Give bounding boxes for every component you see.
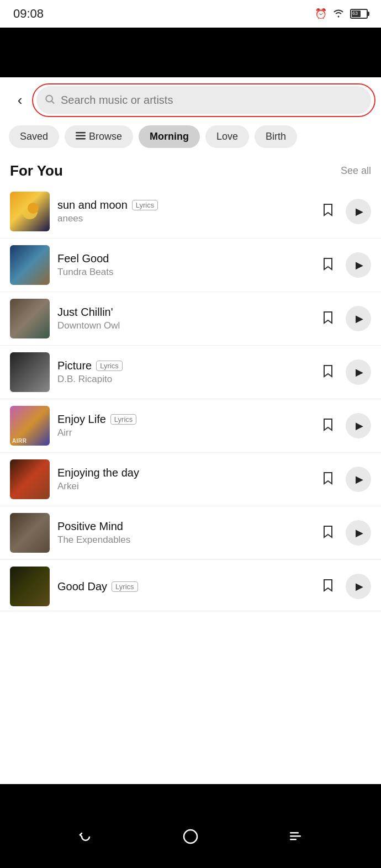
song-info: Enjoying the day Arkei bbox=[57, 467, 310, 492]
svg-rect-8 bbox=[290, 835, 301, 837]
album-art: AIRR bbox=[10, 406, 50, 446]
tab-morning[interactable]: Morning bbox=[139, 125, 200, 148]
bookmark-button[interactable] bbox=[318, 255, 338, 275]
song-title: Just Chillin' bbox=[57, 306, 113, 319]
tab-saved[interactable]: Saved bbox=[9, 125, 59, 148]
list-item[interactable]: Feel Good Tundra Beats ▶ bbox=[0, 239, 381, 292]
play-icon: ▶ bbox=[356, 473, 363, 485]
song-info: Positive Mind The Expendables bbox=[57, 520, 310, 546]
album-art bbox=[10, 459, 50, 499]
song-actions: ▶ bbox=[318, 199, 371, 224]
list-item[interactable]: Picture Lyrics D.B. Ricapito ▶ bbox=[0, 346, 381, 399]
black-bar-bottom bbox=[0, 784, 381, 861]
song-title: Enjoying the day bbox=[57, 467, 139, 479]
play-button[interactable]: ▶ bbox=[346, 359, 371, 385]
list-item[interactable]: Positive Mind The Expendables ▶ bbox=[0, 506, 381, 560]
section-title: For You bbox=[10, 162, 63, 179]
song-actions: ▶ bbox=[318, 467, 371, 492]
header: ‹ bbox=[0, 77, 381, 120]
album-art bbox=[10, 567, 50, 606]
bookmark-button[interactable] bbox=[318, 309, 338, 329]
song-info: Just Chillin' Downtown Owl bbox=[57, 306, 310, 331]
search-input[interactable] bbox=[36, 86, 371, 114]
album-art bbox=[10, 299, 50, 338]
status-bar: 09:08 ⏰ 63 bbox=[0, 0, 381, 28]
search-icon bbox=[44, 93, 55, 107]
play-icon: ▶ bbox=[356, 527, 363, 539]
song-info: Enjoy Life Lyrics Airr bbox=[57, 413, 310, 438]
tab-browse[interactable]: Browse bbox=[65, 125, 133, 148]
song-artist: Airr bbox=[57, 427, 310, 438]
song-actions: ▶ bbox=[318, 574, 371, 599]
back-button[interactable]: ‹ bbox=[10, 91, 30, 110]
play-button[interactable]: ▶ bbox=[346, 306, 371, 331]
see-all-button[interactable]: See all bbox=[341, 165, 371, 177]
bookmark-button[interactable] bbox=[318, 202, 338, 221]
song-info: Picture Lyrics D.B. Ricapito bbox=[57, 359, 310, 385]
play-button[interactable]: ▶ bbox=[346, 467, 371, 492]
tab-love[interactable]: Love bbox=[205, 125, 249, 148]
status-icons: ⏰ 63 bbox=[315, 8, 368, 20]
song-info: sun and moon Lyrics anees bbox=[57, 199, 310, 224]
section-header: For You See all bbox=[0, 154, 381, 185]
app-content: ‹ Saved Browse Mor bbox=[0, 77, 381, 784]
album-art bbox=[10, 352, 50, 392]
song-list: sun and moon Lyrics anees ▶ bbox=[0, 185, 381, 611]
list-item[interactable]: sun and moon Lyrics anees ▶ bbox=[0, 185, 381, 239]
bookmark-button[interactable] bbox=[318, 576, 338, 596]
tab-birth[interactable]: Birth bbox=[255, 125, 297, 148]
song-actions: ▶ bbox=[318, 359, 371, 385]
play-button[interactable]: ▶ bbox=[346, 574, 371, 599]
play-button[interactable]: ▶ bbox=[346, 199, 371, 224]
bookmark-icon bbox=[323, 418, 333, 433]
bookmark-button[interactable] bbox=[318, 362, 338, 382]
lyrics-badge: Lyrics bbox=[110, 414, 136, 425]
nav-back-icon bbox=[77, 828, 94, 849]
song-title: Positive Mind bbox=[57, 520, 123, 533]
lyrics-badge: Lyrics bbox=[132, 200, 158, 210]
status-time: 09:08 bbox=[13, 7, 44, 21]
play-button[interactable]: ▶ bbox=[346, 413, 371, 438]
album-art bbox=[10, 192, 50, 231]
bookmark-button[interactable] bbox=[318, 523, 338, 543]
list-icon bbox=[76, 132, 86, 142]
song-title: sun and moon bbox=[57, 199, 128, 211]
search-wrapper bbox=[36, 86, 371, 114]
play-button[interactable]: ▶ bbox=[346, 252, 371, 278]
bookmark-button[interactable] bbox=[318, 416, 338, 436]
play-icon: ▶ bbox=[356, 259, 363, 271]
play-icon: ▶ bbox=[356, 366, 363, 378]
bookmark-icon bbox=[323, 364, 333, 380]
song-actions: ▶ bbox=[318, 306, 371, 331]
song-artist: The Expendables bbox=[57, 534, 310, 546]
list-item[interactable]: Just Chillin' Downtown Owl ▶ bbox=[0, 292, 381, 346]
play-button[interactable]: ▶ bbox=[346, 520, 371, 546]
list-item[interactable]: AIRR Enjoy Life Lyrics Airr bbox=[0, 399, 381, 453]
svg-rect-2 bbox=[76, 135, 86, 136]
filter-tabs: Saved Browse Morning Love Birth bbox=[0, 120, 381, 154]
battery-icon: 63 bbox=[350, 9, 368, 19]
list-item[interactable]: Good Day Lyrics ▶ bbox=[0, 560, 381, 611]
nav-home-button[interactable] bbox=[178, 826, 203, 850]
svg-rect-9 bbox=[290, 839, 297, 840]
nav-back-button[interactable] bbox=[73, 826, 98, 850]
svg-point-6 bbox=[184, 830, 197, 843]
svg-rect-7 bbox=[290, 832, 299, 834]
bookmark-icon bbox=[323, 257, 333, 273]
bookmark-icon bbox=[323, 579, 333, 594]
song-info: Good Day Lyrics bbox=[57, 580, 310, 593]
list-item[interactable]: Enjoying the day Arkei ▶ bbox=[0, 453, 381, 506]
back-arrow-icon: ‹ bbox=[18, 92, 23, 109]
lyrics-badge: Lyrics bbox=[96, 361, 122, 371]
nav-recent-button[interactable] bbox=[283, 826, 308, 850]
lyrics-badge: Lyrics bbox=[112, 581, 137, 592]
alarm-icon: ⏰ bbox=[315, 8, 327, 20]
svg-rect-3 bbox=[76, 138, 86, 140]
song-artist: Tundra Beats bbox=[57, 267, 310, 278]
song-artist: Arkei bbox=[57, 481, 310, 492]
wifi-icon bbox=[332, 8, 345, 20]
album-art bbox=[10, 245, 50, 285]
bookmark-button[interactable] bbox=[318, 469, 338, 489]
song-artist: Downtown Owl bbox=[57, 320, 310, 331]
song-info: Feel Good Tundra Beats bbox=[57, 252, 310, 278]
